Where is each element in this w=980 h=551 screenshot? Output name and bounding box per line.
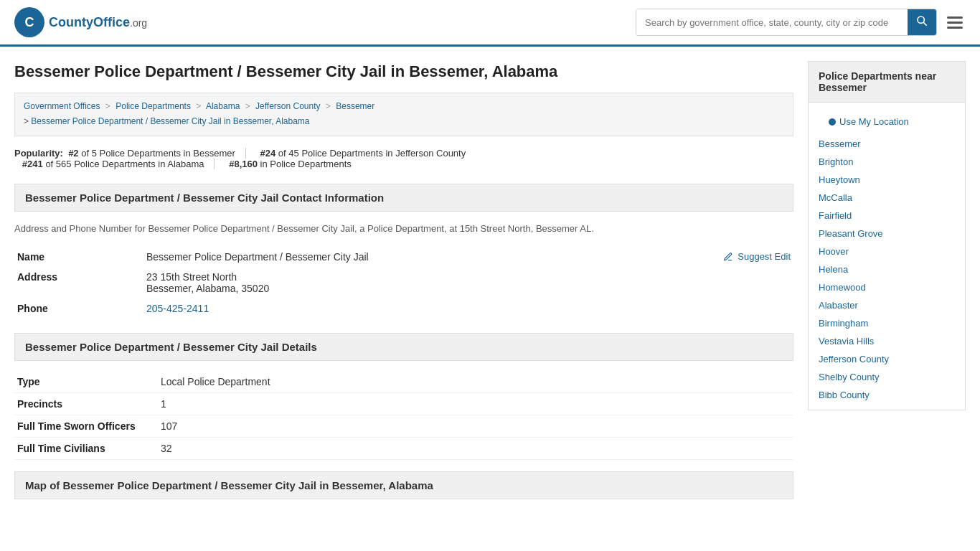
rank-city: #2 bbox=[68, 148, 78, 159]
precincts-value: 1 bbox=[161, 398, 166, 410]
name-label: Name bbox=[14, 247, 143, 267]
sep1 bbox=[245, 148, 253, 159]
menu-line bbox=[947, 22, 963, 24]
sidebar-link-vestavia[interactable]: Vestavia Hills bbox=[809, 332, 965, 350]
svg-text:C: C bbox=[25, 15, 34, 29]
list-item: Jefferson County bbox=[809, 350, 965, 368]
sidebar-link-brighton[interactable]: Brighton bbox=[809, 153, 965, 171]
site-header: C CountyOffice.org bbox=[0, 0, 980, 47]
list-item: Birmingham bbox=[809, 314, 965, 332]
breadcrumb-sep: > bbox=[105, 101, 110, 111]
breadcrumb-sep: > bbox=[326, 101, 331, 111]
breadcrumb-link-gov[interactable]: Government Offices bbox=[24, 101, 100, 111]
breadcrumb-sep: > bbox=[196, 101, 201, 111]
civilians-label: Full Time Civilians bbox=[17, 443, 161, 454]
logo-text: CountyOffice.org bbox=[49, 15, 147, 30]
sidebar-link-alabaster[interactable]: Alabaster bbox=[809, 296, 965, 314]
sidebar-link-jefferson[interactable]: Jefferson County bbox=[809, 350, 965, 368]
list-item: Brighton bbox=[809, 153, 965, 171]
header-right bbox=[636, 9, 966, 36]
menu-line bbox=[947, 27, 963, 29]
list-item: Pleasant Grove bbox=[809, 225, 965, 242]
sidebar-link-bibb[interactable]: Bibb County bbox=[809, 386, 965, 404]
list-item: Helena bbox=[809, 260, 965, 278]
rank-county: #24 bbox=[260, 148, 276, 159]
sidebar-link-mccalla[interactable]: McCalla bbox=[809, 189, 965, 207]
site-logo-icon: C bbox=[14, 7, 44, 37]
breadcrumb-link-alabama[interactable]: Alabama bbox=[206, 101, 240, 111]
main-content: Bessemer Police Department / Bessemer Ci… bbox=[14, 61, 793, 499]
sidebar-link-helena[interactable]: Helena bbox=[809, 260, 965, 278]
type-value: Local Police Department bbox=[161, 376, 270, 387]
svg-line-3 bbox=[923, 22, 927, 26]
sidebar-link-fairfield[interactable]: Fairfield bbox=[809, 207, 965, 225]
officers-value: 107 bbox=[161, 420, 177, 432]
address-label: Address bbox=[14, 267, 143, 298]
location-dot-icon bbox=[829, 118, 836, 126]
logo-area: C CountyOffice.org bbox=[14, 7, 147, 37]
use-location-item: Use My Location bbox=[809, 108, 965, 135]
contact-phone-row: Phone 205-425-2411 bbox=[14, 298, 793, 319]
contact-name-row: Name Bessemer Police Department / Bessem… bbox=[14, 247, 793, 267]
name-value: Bessemer Police Department / Bessemer Ci… bbox=[146, 251, 369, 263]
map-section-header: Map of Bessemer Police Department / Bess… bbox=[14, 471, 793, 499]
list-item: Hueytown bbox=[809, 171, 965, 189]
page-container: Bessemer Police Department / Bessemer Ci… bbox=[0, 47, 980, 514]
details-section-header: Bessemer Police Department / Bessemer Ci… bbox=[14, 333, 793, 361]
list-item: Vestavia Hills bbox=[809, 332, 965, 350]
sidebar-link-hoover[interactable]: Hoover bbox=[809, 242, 965, 260]
list-item: Alabaster bbox=[809, 296, 965, 314]
phone-label: Phone bbox=[14, 298, 143, 319]
list-item: Hoover bbox=[809, 242, 965, 260]
contact-address-row: Address 23 15th Street North Bessemer, A… bbox=[14, 267, 793, 298]
sidebar-link-hueytown[interactable]: Hueytown bbox=[809, 171, 965, 189]
breadcrumb-link-city[interactable]: Bessemer bbox=[336, 101, 374, 111]
breadcrumb-sep: > bbox=[245, 101, 250, 111]
civilians-value: 32 bbox=[161, 443, 172, 454]
type-label: Type bbox=[17, 376, 161, 387]
contact-description: Address and Phone Number for Bessemer Po… bbox=[14, 222, 793, 236]
search-bar bbox=[636, 9, 937, 36]
sidebar-link-birmingham[interactable]: Birmingham bbox=[809, 314, 965, 332]
list-item: McCalla bbox=[809, 189, 965, 207]
contact-table: Name Bessemer Police Department / Bessem… bbox=[14, 247, 793, 319]
rank-state: #241 bbox=[22, 159, 43, 169]
list-item: Shelby County bbox=[809, 368, 965, 386]
suggest-edit-button[interactable]: Suggest Edit bbox=[723, 251, 791, 262]
breadcrumb: Government Offices > Police Departments … bbox=[14, 93, 793, 136]
breadcrumb-link-police[interactable]: Police Departments bbox=[116, 101, 191, 111]
list-item: Bibb County bbox=[809, 386, 965, 404]
sidebar-link-pleasant-grove[interactable]: Pleasant Grove bbox=[809, 225, 965, 242]
menu-line bbox=[947, 17, 963, 19]
precincts-label: Precincts bbox=[17, 398, 161, 410]
contact-section-header: Bessemer Police Department / Bessemer Ci… bbox=[14, 184, 793, 212]
popularity-section: Popularity: #2 of 5 Police Departments i… bbox=[14, 148, 793, 169]
sidebar-link-shelby[interactable]: Shelby County bbox=[809, 368, 965, 386]
sep2 bbox=[214, 159, 222, 169]
details-type-row: Type Local Police Department bbox=[14, 371, 793, 393]
phone-link[interactable]: 205-425-2411 bbox=[146, 303, 209, 314]
use-location-link[interactable]: Use My Location bbox=[819, 113, 919, 131]
address-value: 23 15th Street North Bessemer, Alabama, … bbox=[143, 267, 793, 298]
sidebar-title: Police Departments near Bessemer bbox=[809, 62, 965, 103]
search-input[interactable] bbox=[636, 9, 908, 35]
search-button[interactable] bbox=[908, 9, 936, 35]
rank-national: #8,160 bbox=[229, 159, 258, 169]
sidebar-list: Use My Location Bessemer Brighton Hueyto… bbox=[809, 103, 965, 410]
breadcrumb-sep: > bbox=[24, 116, 29, 126]
page-title: Bessemer Police Department / Bessemer Ci… bbox=[14, 61, 793, 83]
officers-label: Full Time Sworn Officers bbox=[17, 420, 161, 432]
sidebar-link-homewood[interactable]: Homewood bbox=[809, 278, 965, 296]
list-item: Bessemer bbox=[809, 135, 965, 153]
hamburger-menu-button[interactable] bbox=[944, 14, 966, 32]
sidebar-box: Police Departments near Bessemer Use My … bbox=[808, 61, 966, 410]
details-precincts-row: Precincts 1 bbox=[14, 393, 793, 415]
popularity-label: Popularity: bbox=[14, 148, 63, 159]
details-civilians-row: Full Time Civilians 32 bbox=[14, 438, 793, 460]
svg-point-2 bbox=[918, 17, 924, 23]
breadcrumb-link-current[interactable]: Bessemer Police Department / Bessemer Ci… bbox=[31, 116, 309, 126]
list-item: Fairfield bbox=[809, 207, 965, 225]
sidebar-link-bessemer[interactable]: Bessemer bbox=[809, 135, 965, 153]
details-officers-row: Full Time Sworn Officers 107 bbox=[14, 415, 793, 438]
breadcrumb-link-county[interactable]: Jefferson County bbox=[255, 101, 321, 111]
